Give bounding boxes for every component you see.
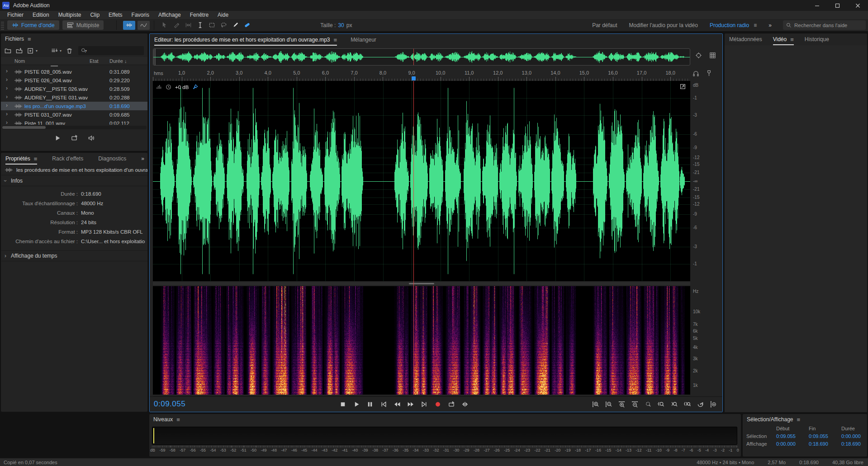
record-button[interactable] xyxy=(433,399,443,410)
overview-waveform-canvas[interactable] xyxy=(153,49,690,65)
expand-chevron-icon[interactable]: › xyxy=(6,94,8,100)
view-duration-value[interactable]: 0:18.690 xyxy=(841,441,868,447)
file-row[interactable]: › AUDREY__PISTE 026.wav 0:28.509 xyxy=(1,85,147,93)
waveform-mode-button[interactable]: Forme d'onde xyxy=(7,20,59,30)
tab-history[interactable]: Historique xyxy=(805,33,829,45)
slip-tool-button[interactable] xyxy=(183,20,194,30)
expand-chevron-icon[interactable]: › xyxy=(6,85,8,91)
move-playhead-button[interactable] xyxy=(460,399,470,410)
tab-effects-rack[interactable]: Rack d'effets xyxy=(52,153,83,165)
waveform-canvas[interactable] xyxy=(153,81,690,281)
help-search-input[interactable] xyxy=(794,23,860,28)
level-meter[interactable] xyxy=(152,427,737,445)
multitrack-mode-button[interactable]: Multipiste xyxy=(62,20,104,30)
loop-preview-icon[interactable] xyxy=(71,135,78,141)
expand-chevron-icon[interactable]: › xyxy=(6,102,8,108)
menu-item[interactable]: Fichier xyxy=(3,11,28,19)
trash-icon[interactable] xyxy=(66,47,73,54)
minimize-button[interactable] xyxy=(807,0,827,11)
tab-mixer[interactable]: Mélangeur xyxy=(351,34,376,46)
waveform-spectral-splitter[interactable] xyxy=(153,282,690,285)
brush-size-value[interactable]: 30 xyxy=(338,22,344,28)
expand-chevron-icon[interactable]: › xyxy=(6,119,8,125)
spectral-display[interactable] xyxy=(153,286,690,395)
gain-hud-value[interactable]: +0 dB xyxy=(175,85,189,90)
marker-pin-icon[interactable] xyxy=(706,70,712,77)
current-time-display[interactable]: 0:09.055 xyxy=(154,400,185,409)
selection-start-value[interactable]: 0:09.055 xyxy=(776,433,809,439)
amplitude-db-scale[interactable]: dB-1-1-3-3-6-6-9-9-12-12-15-15-21-21-∞ xyxy=(692,81,709,281)
menu-item[interactable]: Aide xyxy=(213,11,233,19)
tab-diagnostics[interactable]: Diagnostics xyxy=(98,153,126,165)
time-selection-tool-button[interactable] xyxy=(194,20,205,30)
paintbrush-tool-button[interactable] xyxy=(230,20,241,30)
menu-item[interactable]: Affichage xyxy=(154,11,185,19)
skip-to-start-button[interactable] xyxy=(379,399,389,410)
workspace-default[interactable]: Par défaut xyxy=(592,22,617,28)
play-button[interactable] xyxy=(351,399,362,410)
clock-icon[interactable] xyxy=(166,84,171,90)
selection-end-value[interactable]: 0:09.055 xyxy=(809,433,841,439)
menu-item[interactable]: Fenêtre xyxy=(185,11,213,19)
file-row[interactable]: › les pro...d'un ouvrage.mp3 0:18.690 xyxy=(1,102,147,110)
menu-item[interactable]: Favoris xyxy=(127,11,154,19)
lasso-selection-tool-button[interactable] xyxy=(218,20,229,30)
view-start-value[interactable]: 0:00.000 xyxy=(776,441,809,447)
grid-options-icon[interactable] xyxy=(709,52,716,59)
file-row[interactable]: › PISTE 026_004.wav 0:29.220 xyxy=(1,76,147,85)
spectral-toggle-icon[interactable] xyxy=(680,83,686,90)
panel-tabs-overflow-icon[interactable]: » xyxy=(141,155,144,162)
reset-zoom-button[interactable] xyxy=(695,399,706,410)
workspace-edit-video[interactable]: Modifier l'audio pour la vidéo xyxy=(629,22,698,28)
pin-hud-icon[interactable] xyxy=(192,84,198,90)
editor-menu-icon[interactable]: ≡ xyxy=(334,37,337,43)
spot-healing-brush-button[interactable] xyxy=(242,20,252,30)
help-search-box[interactable] xyxy=(783,20,866,30)
toolbar-grip[interactable] xyxy=(1,21,4,30)
new-file-caret-icon[interactable]: ▾ xyxy=(36,49,38,53)
time-display-section-header[interactable]: › Affichage du temps xyxy=(1,250,147,261)
zoom-to-out-point-button[interactable] xyxy=(669,399,679,410)
zoom-in-vertical-button[interactable] xyxy=(590,399,601,410)
spectrogram-canvas[interactable] xyxy=(153,286,690,395)
razor-tool-button[interactable] xyxy=(171,20,182,30)
zoom-to-selection-button[interactable] xyxy=(643,399,653,410)
files-search-caret-icon[interactable]: ▾ xyxy=(85,49,87,53)
menu-item[interactable]: Edition xyxy=(28,11,54,19)
tab-properties[interactable]: Propriétés ≡ xyxy=(5,153,37,165)
workspace-radio-production[interactable]: Production radio xyxy=(710,22,749,28)
pause-button[interactable] xyxy=(365,399,375,410)
zoom-out-vertical-button[interactable] xyxy=(603,399,614,410)
video-panel-menu-icon[interactable]: ≡ xyxy=(790,36,794,43)
file-row[interactable]: › Piste 11_001.wav 0:02.112 xyxy=(1,119,147,125)
file-row[interactable]: › PISTE 028_005.wav 0:31.089 xyxy=(1,67,147,76)
expand-chevron-icon[interactable]: › xyxy=(6,68,8,74)
stop-button[interactable] xyxy=(338,399,348,410)
properties-menu-icon[interactable]: ≡ xyxy=(34,155,38,162)
insert-into-multitrack-icon[interactable] xyxy=(51,47,58,54)
loop-playback-button[interactable] xyxy=(446,399,457,410)
levels-panel-menu-icon[interactable]: ≡ xyxy=(176,416,180,423)
zoom-in-horizontal-button[interactable] xyxy=(617,399,627,410)
zoom-navigator[interactable] xyxy=(153,48,690,66)
close-button[interactable] xyxy=(848,0,868,11)
rewind-button[interactable] xyxy=(392,399,403,410)
column-state[interactable]: Etat xyxy=(90,58,99,64)
menu-item[interactable]: Multipiste xyxy=(54,11,86,19)
toolbar-overflow-icon[interactable]: » xyxy=(768,22,771,28)
tab-video[interactable]: Vidéo ≡ xyxy=(773,33,794,45)
level-meter-icon[interactable] xyxy=(156,84,162,90)
column-duration[interactable]: Durée↓ xyxy=(109,58,127,64)
zoom-to-selection-range-button[interactable] xyxy=(682,399,693,410)
skip-to-end-button[interactable] xyxy=(419,399,430,410)
auto-play-speaker-icon[interactable] xyxy=(88,135,95,141)
insert-multitrack-caret-icon[interactable]: ▾ xyxy=(60,49,62,53)
import-file-icon[interactable] xyxy=(16,47,23,54)
playhead-handle[interactable] xyxy=(412,76,416,80)
tab-editor[interactable]: Editeur: les procédures de mise en et ho… xyxy=(154,34,337,46)
files-horizontal-scrollbar[interactable] xyxy=(2,126,147,129)
section-collapsed-icon[interactable]: › xyxy=(5,253,6,259)
waveform-view-button[interactable] xyxy=(123,21,135,30)
workspace-menu-icon[interactable]: ≡ xyxy=(754,22,757,28)
section-expanded-icon[interactable]: › xyxy=(2,180,9,182)
